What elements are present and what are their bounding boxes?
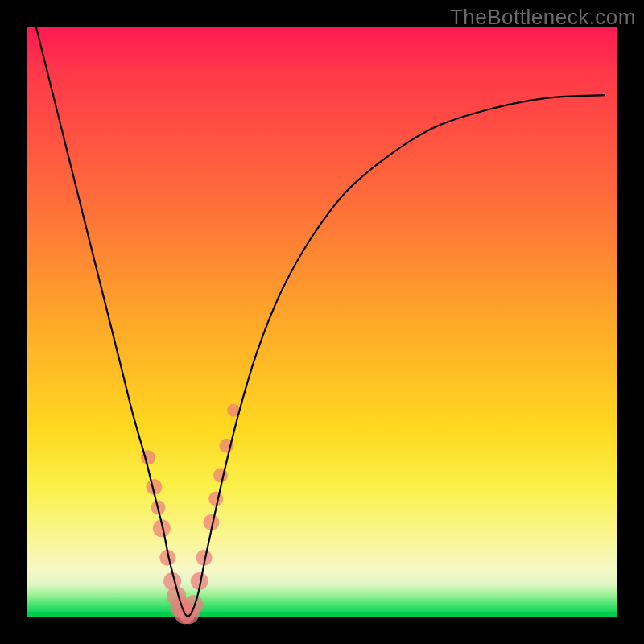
data-marker — [184, 595, 203, 614]
watermark-text: TheBottleneck.com — [450, 5, 636, 30]
markers-group — [141, 404, 240, 625]
chart-svg — [27, 27, 617, 617]
data-marker — [213, 468, 228, 482]
plot-area — [27, 27, 617, 617]
bottleneck-curve — [36, 27, 605, 617]
data-marker — [208, 492, 223, 506]
outer-frame: TheBottleneck.com — [0, 0, 644, 644]
